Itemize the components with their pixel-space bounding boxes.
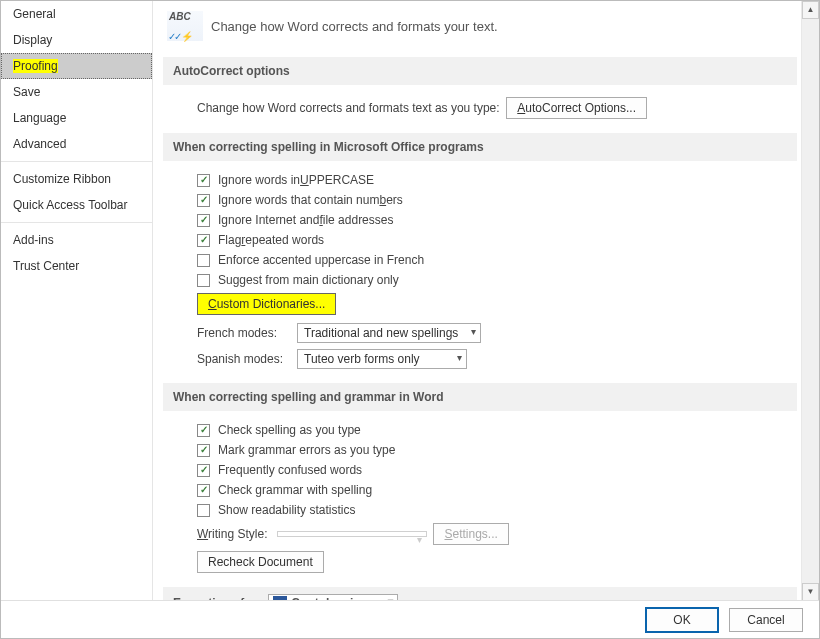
chk-mark-grammar[interactable]: Mark grammar errors as you type [197,443,791,457]
body-area: General Display Proofing Save Language A… [1,1,819,601]
sidebar-label: Add-ins [13,233,54,247]
checkbox-icon [197,484,210,497]
checkbox-icon [197,464,210,477]
spanish-modes-row: Spanish modes: Tuteo verb forms only [197,349,791,369]
checkbox-icon [197,174,210,187]
checkbox-icon [197,274,210,287]
autocorrect-desc-line: Change how Word corrects and formats tex… [197,97,791,119]
settings-button[interactable]: Settings... [433,523,508,545]
autocorrect-options-button[interactable]: AutoCorrect Options... [506,97,647,119]
sidebar-label: Customize Ribbon [13,172,111,186]
sidebar-separator [1,222,152,223]
chk-enforce-accented[interactable]: Enforce accented uppercase in French [197,253,791,267]
section-exceptions: Exceptions for: W Contoh saja [163,587,797,601]
sidebar-label: Quick Access Toolbar [13,198,128,212]
sidebar-label: General [13,7,56,21]
options-dialog: General Display Proofing Save Language A… [0,0,820,639]
ok-button[interactable]: OK [645,607,719,633]
sidebar: General Display Proofing Save Language A… [1,1,153,601]
sidebar-item-language[interactable]: Language [1,105,152,131]
sidebar-item-customize-ribbon[interactable]: Customize Ribbon [1,166,152,192]
page-header-text: Change how Word corrects and formats you… [211,19,498,34]
writing-style-select[interactable] [277,531,427,537]
spanish-label: Spanish modes: [197,352,291,366]
scroll-up-arrow[interactable]: ▲ [802,1,819,19]
recheck-row: Recheck Document [197,551,791,573]
sidebar-item-add-ins[interactable]: Add-ins [1,227,152,253]
checkbox-icon [197,214,210,227]
checkbox-icon [197,234,210,247]
sidebar-label: Advanced [13,137,66,151]
writing-style-row: Writing Style: Settings... [197,523,791,545]
section-word-body: Check spelling as you type Mark grammar … [163,423,801,573]
sidebar-label: Trust Center [13,259,79,273]
sidebar-item-general[interactable]: General [1,1,152,27]
checkbox-icon [197,254,210,267]
checkbox-icon [197,424,210,437]
recheck-document-button[interactable]: Recheck Document [197,551,324,573]
chk-flag-repeated[interactable]: Flag repeated words [197,233,791,247]
section-autocorrect-body: Change how Word corrects and formats tex… [163,97,801,119]
section-office-title: When correcting spelling in Microsoft Of… [163,133,797,161]
main-pane: Change how Word corrects and formats you… [153,1,819,601]
checkbox-icon [197,504,210,517]
page-header: Change how Word corrects and formats you… [163,1,801,57]
french-label: French modes: [197,326,291,340]
section-autocorrect-title: AutoCorrect options [163,57,797,85]
scroll-content: Change how Word corrects and formats you… [153,1,801,601]
proofing-icon [167,11,203,41]
sidebar-label: Save [13,85,40,99]
chk-readability[interactable]: Show readability statistics [197,503,791,517]
sidebar-item-proofing[interactable]: Proofing [1,53,152,79]
scroll-down-arrow[interactable]: ▼ [802,583,819,601]
dialog-footer: OK Cancel [1,600,819,638]
checkbox-icon [197,194,210,207]
sidebar-item-quick-access-toolbar[interactable]: Quick Access Toolbar [1,192,152,218]
writing-style-label: Writing Style: [197,527,267,541]
custom-dict-row: Custom Dictionaries... [197,293,791,315]
sidebar-item-save[interactable]: Save [1,79,152,105]
chk-frequently-confused[interactable]: Frequently confused words [197,463,791,477]
sidebar-item-display[interactable]: Display [1,27,152,53]
custom-dictionaries-button[interactable]: Custom Dictionaries... [197,293,336,315]
sidebar-label: Display [13,33,52,47]
section-office-body: Ignore words in UPPERCASE Ignore words t… [163,173,801,369]
autocorrect-desc: Change how Word corrects and formats tex… [197,101,500,115]
spanish-modes-select[interactable]: Tuteo verb forms only [297,349,467,369]
chk-ignore-internet[interactable]: Ignore Internet and file addresses [197,213,791,227]
chk-check-grammar-spelling[interactable]: Check grammar with spelling [197,483,791,497]
sidebar-separator [1,161,152,162]
chk-ignore-uppercase[interactable]: Ignore words in UPPERCASE [197,173,791,187]
french-modes-row: French modes: Traditional and new spelli… [197,323,791,343]
checkbox-icon [197,444,210,457]
scrollbar[interactable]: ▲ ▼ [801,1,819,601]
chk-ignore-numbers[interactable]: Ignore words that contain numbers [197,193,791,207]
chk-suggest-main-dict[interactable]: Suggest from main dictionary only [197,273,791,287]
cancel-button[interactable]: Cancel [729,608,803,632]
sidebar-item-advanced[interactable]: Advanced [1,131,152,157]
sidebar-item-trust-center[interactable]: Trust Center [1,253,152,279]
sidebar-label: Proofing [13,59,58,73]
chk-check-spelling[interactable]: Check spelling as you type [197,423,791,437]
sidebar-label: Language [13,111,66,125]
french-modes-select[interactable]: Traditional and new spellings [297,323,481,343]
section-word-title: When correcting spelling and grammar in … [163,383,797,411]
